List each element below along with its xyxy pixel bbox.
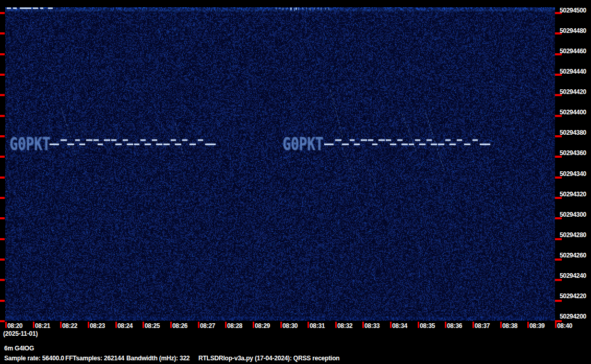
freq-label: 50294500 <box>560 7 586 14</box>
program-label: RTLSDRlop-v3a.py (17-04-2024): QRSS rece… <box>198 355 339 362</box>
time-label: 08:32 <box>337 322 352 330</box>
time-label: 08:38 <box>502 322 517 330</box>
freq-tick-left <box>0 32 5 34</box>
time-tick <box>418 322 419 328</box>
freq-tick-left <box>0 135 5 137</box>
freq-label: 50294240 <box>560 272 586 279</box>
time-label: 08:30 <box>282 322 298 330</box>
time-label: 08:40 <box>557 322 572 330</box>
time-label: 08:23 <box>90 322 105 330</box>
freq-tick-left <box>0 177 5 179</box>
freq-tick-left <box>0 53 5 55</box>
freq-tick-left <box>0 197 5 199</box>
time-label: 08:31 <box>310 322 325 330</box>
time-tick <box>88 322 89 328</box>
freq-label: 50294300 <box>560 211 586 218</box>
time-label: 08:33 <box>364 322 380 330</box>
time-label: 08:27 <box>200 322 215 330</box>
freq-label: 50294460 <box>560 48 586 55</box>
time-label: 08:22 <box>62 322 77 330</box>
time-tick <box>390 322 392 328</box>
time-label: 08:37 <box>475 322 490 330</box>
time-tick <box>555 322 557 328</box>
freq-tick-left <box>0 238 5 240</box>
time-tick <box>362 322 364 328</box>
freq-tick-left <box>0 74 5 76</box>
freq-tick-right <box>555 300 562 302</box>
time-label: 08:35 <box>420 322 435 330</box>
time-tick <box>198 322 199 328</box>
time-tick <box>335 322 337 328</box>
time-label: 08:20 <box>7 322 22 330</box>
freq-label: 50294400 <box>560 109 586 116</box>
station-label: 6m G4IOG <box>4 345 34 352</box>
sample-rate-label: Sample rate: 56400.0 <box>4 355 64 362</box>
time-tick <box>60 322 62 328</box>
time-label: 08:24 <box>117 322 133 330</box>
freq-label: 50294260 <box>560 252 586 259</box>
freq-tick-left <box>0 156 5 158</box>
freq-tick-left <box>0 300 5 302</box>
freq-label: 50294220 <box>560 292 586 300</box>
bandwidth-label: Bandwidth (mHz): 322 <box>126 355 190 362</box>
freq-tick-left <box>0 217 5 219</box>
time-label: 08:39 <box>529 322 545 330</box>
time-tick <box>225 322 227 328</box>
time-tick <box>33 322 34 328</box>
time-label: 08:28 <box>227 322 242 330</box>
qrss-waterfall-screen: 5029450050294480502944605029444050294420… <box>0 0 591 364</box>
freq-label: 50294320 <box>560 191 586 198</box>
freq-tick-left <box>0 94 5 96</box>
freq-label: 50294280 <box>560 231 586 239</box>
time-tick <box>280 322 282 328</box>
freq-label: 50294440 <box>560 68 586 75</box>
time-tick <box>308 322 309 328</box>
time-tick <box>253 322 254 328</box>
time-label: 08:36 <box>447 322 462 330</box>
freq-tick-left <box>0 279 5 281</box>
time-tick <box>472 322 474 328</box>
time-label: 08:34 <box>392 322 407 330</box>
time-tick <box>527 322 529 328</box>
freq-tick-left <box>0 320 5 322</box>
time-tick <box>445 322 446 328</box>
freq-tick-left <box>0 12 5 14</box>
freq-label: 50294200 <box>560 313 586 320</box>
freq-label: 50294480 <box>560 27 586 34</box>
time-label: 08:21 <box>35 322 50 330</box>
time-label: 08:29 <box>255 322 270 330</box>
freq-tick-left <box>0 115 5 117</box>
time-tick <box>170 322 172 328</box>
freq-label: 50294380 <box>560 129 586 136</box>
freq-label: 50294360 <box>560 149 586 157</box>
freq-label: 50294340 <box>560 170 586 178</box>
time-label: 08:25 <box>145 322 160 330</box>
freq-tick-left <box>0 259 5 261</box>
freq-label: 50294420 <box>560 88 586 96</box>
waterfall-spectrogram <box>5 7 555 321</box>
time-tick <box>143 322 144 328</box>
fft-samples-label: FFTsamples: 262144 <box>65 355 124 362</box>
time-tick <box>5 322 7 328</box>
date-label: (2025-11-01) <box>3 330 38 337</box>
time-tick <box>500 322 502 328</box>
time-label: 08:26 <box>172 322 187 330</box>
time-tick <box>115 322 117 328</box>
